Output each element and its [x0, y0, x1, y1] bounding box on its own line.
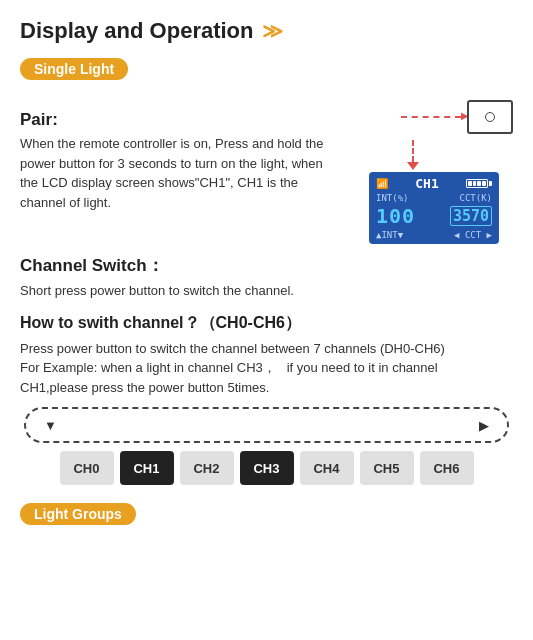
- how-to-title: How to swith channel？（CH0-CH6）: [20, 313, 513, 334]
- pair-section: Pair: When the remote controller is on, …: [20, 100, 513, 244]
- pair-diagram: 📶 CH1 INT(%) CCT(K): [355, 100, 513, 244]
- lcd-cct-label: CCT(K): [459, 193, 492, 203]
- dashed-down-arrow-icon: [412, 140, 414, 162]
- single-light-badge: Single Light: [20, 58, 128, 80]
- ch0-button[interactable]: CH0: [60, 451, 114, 485]
- pair-text: Pair: When the remote controller is on, …: [20, 100, 343, 220]
- channel-switch-body: Short press power button to switch the c…: [20, 281, 513, 301]
- lcd-cct-value: 3570: [450, 206, 492, 226]
- ch3-button[interactable]: CH3: [240, 451, 294, 485]
- lcd-battery-icon: [466, 179, 492, 188]
- light-groups-badge: Light Groups: [20, 503, 136, 525]
- ch6-button[interactable]: CH6: [420, 451, 474, 485]
- lcd-cct-ctrl: ◀ CCT ▶: [454, 230, 492, 240]
- pair-body: When the remote controller is on, Press …: [20, 134, 343, 212]
- lcd-wifi-icon: 📶: [376, 178, 388, 189]
- channel-switch-section: Channel Switch： Short press power button…: [20, 254, 513, 301]
- lcd-int-label: INT(%): [376, 193, 409, 203]
- lcd-int-value: 100: [376, 204, 415, 228]
- dashed-box: ▼ ▶: [24, 407, 509, 443]
- title-text: Display and Operation: [20, 18, 254, 44]
- page-title: Display and Operation ≫: [20, 18, 513, 44]
- pair-title: Pair:: [20, 110, 343, 130]
- channel-row: CH0 CH1 CH2 CH3 CH4 CH5 CH6: [20, 451, 513, 485]
- lcd-channel: CH1: [415, 176, 438, 191]
- how-to-section: How to swith channel？（CH0-CH6） Press pow…: [20, 313, 513, 486]
- arrow-down-triangle-icon: ▼: [44, 418, 57, 433]
- ch5-button[interactable]: CH5: [360, 451, 414, 485]
- ch4-button[interactable]: CH4: [300, 451, 354, 485]
- how-to-body: Press power button to switch the channel…: [20, 339, 513, 398]
- chevron-icon: ≫: [262, 19, 283, 43]
- lcd-int-ctrl: ▲INT▼: [376, 230, 403, 240]
- dashed-arrow-icon: [401, 116, 461, 118]
- channel-arrow-row: ▼ ▶: [20, 407, 513, 443]
- ch1-button[interactable]: CH1: [120, 451, 174, 485]
- ch2-button[interactable]: CH2: [180, 451, 234, 485]
- light-panel-icon: [467, 100, 513, 134]
- lcd-screen: 📶 CH1 INT(%) CCT(K): [369, 172, 499, 244]
- channel-switch-title: Channel Switch：: [20, 254, 513, 277]
- arrow-right-triangle-icon: ▶: [479, 418, 489, 433]
